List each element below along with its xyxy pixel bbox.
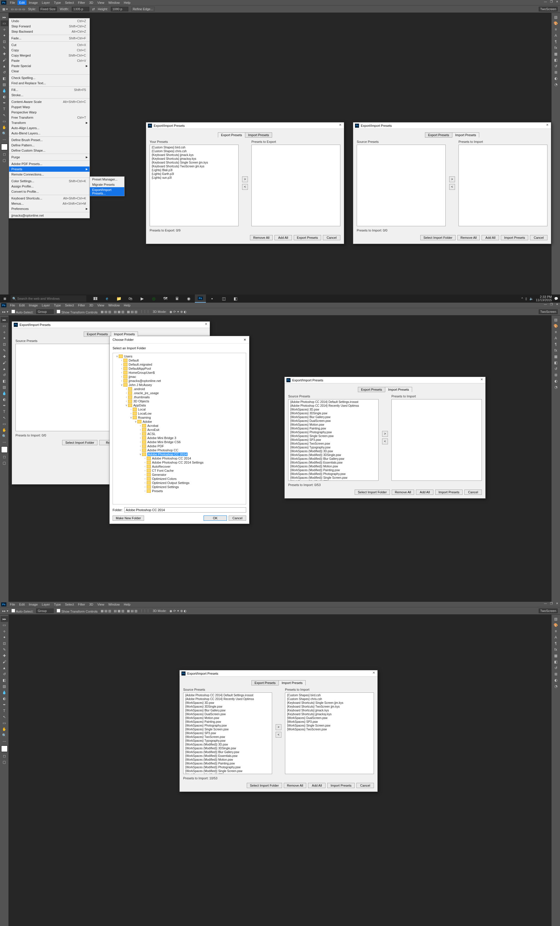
photoshop-icon[interactable]: Ps	[195, 295, 206, 303]
menu-item[interactable]: Auto-Blend Layers...	[9, 131, 89, 136]
foreground-background-colors[interactable]	[1, 144, 8, 150]
list-item[interactable]: {WorkSpaces} 3D.psw	[184, 701, 271, 705]
brush-tool[interactable]: 🖌	[1, 57, 8, 63]
tree-row[interactable]: ›Default	[114, 358, 245, 362]
import-presets-button[interactable]: Import Presets	[501, 235, 528, 240]
tab-import[interactable]: Import Presets	[452, 132, 480, 138]
list-item[interactable]: {WorkSpaces} 3DSingle.psw	[289, 412, 378, 415]
tab-export[interactable]: Export Presets	[425, 132, 452, 138]
ok-button[interactable]: OK	[204, 516, 227, 521]
menu-item[interactable]: Purge▶	[9, 154, 89, 160]
tree-row[interactable]: ›CT Font Cache	[114, 469, 245, 473]
tree-row[interactable]: ∨Adobe Photoshop CC 2014	[114, 452, 245, 456]
remove-all-button[interactable]: Remove All	[284, 783, 307, 788]
app-icon[interactable]: ◫	[218, 295, 229, 303]
folder-path-input[interactable]	[124, 507, 246, 513]
path-tool[interactable]: ↖	[1, 112, 8, 118]
menu-edit[interactable]: Edit	[18, 303, 27, 307]
list-item[interactable]: {WorkSpaces} Single Screen.psw	[286, 724, 373, 728]
list-item[interactable]: {WorkSpaces} Single Screen.psw	[289, 434, 378, 438]
menu-item[interactable]: CutCtrl+X	[9, 42, 89, 47]
tree-row[interactable]: ›Local	[114, 407, 245, 412]
zoom-tool[interactable]: 🔍	[1, 131, 8, 136]
tab-export[interactable]: Export Presets	[218, 132, 245, 138]
menu-item[interactable]: Clear	[9, 68, 89, 74]
list-item[interactable]: {WorkSpaces (Modified)} Painting.psw	[289, 468, 378, 472]
tree-row[interactable]: ›HomeGroupUser$	[114, 371, 245, 375]
list-item[interactable]: {WorkSpaces (Modified)} Blur Gallery.psw	[289, 457, 378, 461]
add-all-button[interactable]: Add All	[481, 235, 499, 240]
tree-row[interactable]: ›Adobe Photoshop CC	[114, 448, 245, 452]
list-item[interactable]: {WorkSpaces (Modified)} 3DSingle.psw	[289, 453, 378, 457]
tree-row[interactable]: ›Adobe Mini Bridge CS6	[114, 440, 245, 444]
app-icon-2[interactable]: ◧	[230, 295, 241, 303]
menu-item[interactable]: Copy MergedShift+Ctrl+C	[9, 53, 89, 58]
menu-type[interactable]: Type	[52, 0, 63, 5]
menu-item[interactable]: Menus...Alt+Shift+Ctrl+M	[9, 201, 89, 206]
list-item[interactable]: {WorkSpaces} TwoScreen.psw	[289, 442, 378, 445]
menu-item[interactable]: Convert to Profile...	[9, 189, 89, 194]
menu-window[interactable]: Window	[106, 303, 121, 307]
close-icon[interactable]: ✕	[545, 123, 550, 128]
add-button[interactable]: >	[382, 431, 388, 437]
xbox-icon[interactable]: ◎	[148, 295, 159, 303]
close-icon[interactable]: ✕	[203, 322, 209, 327]
remove-all-button[interactable]: Remove All	[457, 235, 480, 240]
height-field[interactable]: 1080 p	[111, 7, 128, 11]
list-item[interactable]: {Custom Shapes} chris.csh	[286, 697, 373, 701]
menu-image[interactable]: Image	[27, 602, 40, 607]
tab-import[interactable]: Import Presets	[245, 132, 272, 138]
menu-item[interactable]: Free TransformCtrl+T	[9, 115, 89, 120]
cancel-button[interactable]: Cancel	[229, 516, 246, 521]
eraser-tool[interactable]: ◧	[1, 76, 8, 81]
pen-tool[interactable]: ✒	[1, 100, 8, 106]
style-dropdown[interactable]: Fixed Size	[39, 7, 57, 11]
menu-item[interactable]: UndoCtrl+Z	[9, 18, 89, 24]
list-item[interactable]: {WorkSpaces} SP3.psw	[289, 438, 378, 442]
list-item[interactable]: {Lights} Blali.p3l	[150, 168, 238, 172]
menu-file[interactable]: File	[8, 0, 17, 5]
list-item[interactable]: {Keyboard Shortcuts} jjmacksy.kys	[286, 712, 373, 716]
healing-tool[interactable]: ✚	[1, 51, 8, 57]
list-item[interactable]: {Adobe Photoshop CC 2014} Recently Used …	[289, 404, 378, 408]
edit-toolbar[interactable]: ⋯	[1, 137, 8, 142]
list-item[interactable]: {Keyboard Shortcuts} jjmack.kys	[150, 153, 238, 157]
import-presets-button[interactable]: Import Presets	[327, 783, 355, 788]
gradient-tool[interactable]: ▤	[1, 82, 8, 88]
marquee-tool[interactable]: ▭	[1, 20, 8, 26]
menu-type[interactable]: Type	[52, 303, 63, 307]
tree-row[interactable]: ›Optimized Colors	[114, 477, 245, 481]
list-item[interactable]: {WorkSpaces (Modified)} Essentials.psw	[184, 754, 271, 758]
tree-row[interactable]: ›Generator	[114, 473, 245, 477]
list-item[interactable]: {WorkSpaces (Modified)} SP3.psw	[289, 480, 378, 481]
remove-all-button[interactable]: Remove All	[250, 235, 273, 240]
edge-icon[interactable]: e	[101, 295, 113, 303]
list-item[interactable]: {Keyboard Shortcuts} jjmack.kys	[286, 708, 373, 712]
taskview-icon[interactable]	[90, 295, 101, 303]
tree-row[interactable]: ›.oracle_jre_usage	[114, 391, 245, 395]
hand-tool[interactable]: ✋	[1, 124, 8, 130]
list-item[interactable]: {WorkSpaces (Modified)} Motion.psw	[184, 758, 271, 761]
menu-item[interactable]: Color Settings...Shift+Ctrl+K	[9, 179, 89, 184]
menu-type[interactable]: Type	[52, 602, 63, 607]
list-item[interactable]: {WorkSpaces} DualScreen.psw	[286, 716, 373, 720]
select-import-folder-button[interactable]: Select Import Folder	[247, 783, 282, 788]
tree-row[interactable]: ∨John J McAssey	[114, 383, 245, 387]
menu-3d[interactable]: 3D	[88, 0, 95, 5]
menu-item[interactable]: PasteCtrl+V	[9, 58, 89, 63]
maps-icon[interactable]: 🗺	[160, 295, 171, 303]
list-item[interactable]: {Adobe Photoshop CC 2014} Default Settin…	[289, 400, 378, 404]
list-item[interactable]: {WorkSpaces (Modified)} SP3.psw	[184, 773, 271, 774]
close-icon[interactable]: ✕	[244, 338, 246, 342]
menu-item[interactable]: jjmacks@optonline.net	[9, 213, 89, 218]
list-item[interactable]: {WorkSpaces} 3DSingle.psw	[184, 705, 271, 708]
menu-item[interactable]: Presets▶	[9, 166, 89, 172]
menu-select[interactable]: Select	[63, 303, 76, 307]
tree-row[interactable]: ›ACSL	[114, 432, 245, 436]
menu-item[interactable]: Step ForwardShift+Ctrl+Z	[9, 24, 89, 29]
blur-tool[interactable]: 💧	[1, 88, 8, 94]
workspace-switcher[interactable]: TwoScreen	[539, 309, 558, 314]
menu-view[interactable]: View	[96, 0, 106, 5]
list-item[interactable]: {Custom Shapes} chris.csh	[150, 149, 238, 153]
menu-view[interactable]: View	[96, 602, 106, 607]
